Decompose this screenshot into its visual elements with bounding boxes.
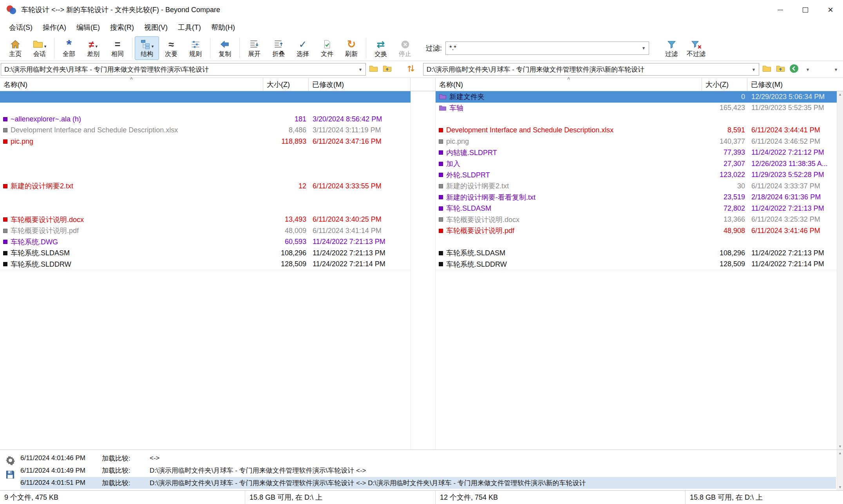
copy-button[interactable]: 复制 (213, 36, 237, 60)
file-row-right[interactable]: 内轱辘.SLDPRT77,39311/24/2022 7:21:12 PM (436, 147, 837, 159)
swap-button[interactable]: ⇄交换 (369, 36, 393, 60)
file-row-left[interactable] (0, 158, 411, 170)
file-size-cell: 8,591 (702, 125, 747, 136)
session-button[interactable]: ▾会话 (27, 36, 52, 60)
scroll-down-icon[interactable]: ▼ (837, 485, 843, 489)
file-row-right[interactable]: 车轮.SLDASM72,80211/24/2022 7:21:13 PM (436, 203, 837, 214)
chevron-down-icon[interactable]: ▾ (639, 45, 649, 51)
same-button[interactable]: =相同 (105, 36, 130, 60)
gear-icon[interactable] (5, 455, 15, 465)
file-row-right[interactable]: 新建文件夹012/29/2023 5:06:34 PM (436, 91, 837, 103)
file-row-left[interactable] (0, 147, 411, 159)
chevron-down-icon[interactable]: ▾ (44, 44, 47, 49)
file-row-left[interactable] (0, 203, 411, 214)
left-header-name[interactable]: ^ 名称(N) (0, 78, 263, 91)
scroll-up-icon[interactable]: ▲ (837, 451, 843, 455)
right-path-combobox[interactable]: D:\演示用临时文件夹\月球车 - 专门用来做文件管理软件演示\新的车轮设计 ▾ (423, 63, 759, 76)
show-all-button[interactable]: *全部 (57, 36, 81, 60)
expand-button[interactable]: 展开 (242, 36, 266, 60)
left-path-combobox[interactable]: D:\演示用临时文件夹\月球车 - 专门用来做文件管理软件演示\车轮设计 ▾ (1, 63, 366, 76)
refresh-button[interactable]: ↻刷新 (339, 36, 364, 60)
right-browse-folder-button[interactable] (760, 63, 773, 76)
file-row-left[interactable]: 车轮系统.DWG60,59311/24/2022 7:21:13 PM (0, 237, 411, 248)
file-row-left[interactable] (0, 103, 411, 114)
file-modified-cell: 6/11/2024 3:33:55 PM (309, 181, 411, 192)
file-row-right[interactable]: 车轮系统.SLDDRW128,50911/24/2022 7:21:14 PM (436, 259, 837, 270)
file-row-right[interactable]: Development Interface and Schedule Descr… (436, 125, 837, 136)
file-row-right[interactable]: 新建的设计纲要-看看复制.txt23,5192/18/2024 6:31:36 … (436, 192, 837, 203)
swap-sides-button[interactable] (405, 63, 417, 76)
menu-actions[interactable]: 操作(A) (38, 20, 71, 35)
collapse-button[interactable]: 折叠 (266, 36, 291, 60)
rules-button[interactable]: 规则 (183, 36, 208, 60)
back-button[interactable] (788, 63, 800, 76)
file-row-left[interactable]: 新建的设计纲要2.txt126/11/2024 3:33:55 PM (0, 181, 411, 192)
file-row-left[interactable] (0, 170, 411, 181)
files-button[interactable]: 文件 (315, 36, 339, 60)
file-row-right[interactable]: pic.png140,3776/11/2024 3:46:52 PM (436, 136, 837, 147)
file-list-scrollbar[interactable]: ▲ ▼ (837, 91, 843, 450)
chevron-down-icon[interactable]: ▾ (152, 44, 154, 49)
left-browse-folder-button[interactable] (367, 63, 380, 76)
save-icon[interactable] (5, 470, 15, 479)
right-header-name[interactable]: ^ 名称(N) (436, 78, 702, 91)
files-icon (322, 38, 332, 50)
file-row-left[interactable] (0, 91, 411, 103)
log-line[interactable]: 6/11/2024 4:01:46 PM加载比较:<-> (20, 452, 836, 464)
chevron-down-icon[interactable]: ▾ (749, 67, 759, 72)
right-parent-folder-button[interactable] (774, 63, 787, 76)
filter-combobox[interactable]: *.* ▾ (445, 42, 649, 55)
file-row-right[interactable]: 车轮概要设计说明.pdf48,9086/11/2024 3:41:46 PM (436, 225, 837, 237)
structure-button[interactable]: ▾结构 (135, 36, 159, 60)
log-line[interactable]: 6/11/2024 4:01:51 PM加载比较:D:\演示用临时文件夹\月球车… (20, 477, 836, 489)
left-parent-folder-button[interactable] (381, 63, 393, 76)
no-filter-button[interactable]: 不过滤 (684, 36, 709, 60)
scroll-up-icon[interactable]: ▲ (837, 92, 843, 96)
file-row-left[interactable]: ~allenexplorer~.ala (h)1813/20/2024 8:56… (0, 114, 411, 125)
file-row-left[interactable]: 车轮概要设计说明.pdf48,0096/11/2024 3:41:14 PM (0, 225, 411, 237)
file-row: 外轮.SLDPRT123,02211/29/2023 5:52:28 PM (0, 170, 843, 181)
file-row-right[interactable]: 车轴165,42311/29/2023 5:52:35 PM (436, 103, 837, 114)
right-header-size[interactable]: 大小(Z) (702, 78, 747, 91)
history-dropdown-button[interactable]: ▾ (801, 63, 814, 76)
file-row-left[interactable]: 车轮概要设计说明.docx13,4936/11/2024 3:40:25 PM (0, 214, 411, 226)
close-button[interactable]: × (818, 0, 843, 20)
minimize-button[interactable] (768, 0, 793, 20)
right-header-modified[interactable]: 已修改(M) (747, 78, 843, 91)
file-row-left[interactable]: pic.png118,8936/11/2024 3:47:16 PM (0, 136, 411, 147)
menu-session[interactable]: 会话(S) (4, 20, 38, 35)
file-row-right[interactable]: 加入27,30712/26/2023 11:38:35 A... (436, 158, 837, 170)
log-scrollbar[interactable]: ▲ ▼ (837, 450, 843, 490)
left-header-modified[interactable]: 已修改(M) (309, 78, 411, 91)
file-row-left[interactable] (0, 192, 411, 203)
home-button[interactable]: 主页 (3, 36, 27, 60)
select-button[interactable]: ✓选择 (291, 36, 315, 60)
menu-edit[interactable]: 编辑(E) (71, 20, 105, 35)
filter-button[interactable]: 过滤 (659, 36, 684, 60)
log-line[interactable]: 6/11/2024 4:01:49 PM加载比较:D:\演示用临时文件夹\月球车… (20, 465, 836, 477)
menu-tools[interactable]: 工具(T) (173, 20, 206, 35)
file-row-right[interactable] (436, 237, 837, 248)
menu-view[interactable]: 视图(V) (139, 20, 173, 35)
differences-button[interactable]: ≠▾差别 (81, 36, 105, 60)
left-header-size[interactable]: 大小(Z) (263, 78, 309, 91)
file-row-left[interactable]: 车轮系统.SLDASM108,29611/24/2022 7:21:13 PM (0, 247, 411, 259)
chevron-down-icon[interactable]: ▾ (96, 44, 98, 49)
file-row-right[interactable]: 新建的设计纲要2.txt306/11/2024 3:33:37 PM (436, 181, 837, 192)
menu-search[interactable]: 搜索(R) (105, 20, 139, 35)
file-row-right[interactable]: 车轮系统.SLDASM108,29611/24/2022 7:21:13 PM (436, 247, 837, 259)
file-row-left[interactable]: 车轮系统.SLDDRW128,50911/24/2022 7:21:14 PM (0, 259, 411, 270)
file-row-right[interactable]: 外轮.SLDPRT123,02211/29/2023 5:52:28 PM (436, 170, 837, 181)
chevron-down-icon[interactable]: ▾ (355, 67, 365, 72)
file-row-right[interactable]: 车轮概要设计说明.docx13,3666/11/2024 3:25:32 PM (436, 214, 837, 226)
file-name: 新建的设计纲要-看看复制.txt (446, 193, 535, 202)
file-row-left[interactable]: Development Interface and Schedule Descr… (0, 125, 411, 136)
toolbar-separator (54, 38, 54, 58)
menu-help[interactable]: 帮助(H) (206, 20, 240, 35)
maximize-button[interactable] (793, 0, 818, 20)
file-row-right[interactable] (436, 114, 837, 125)
scroll-down-icon[interactable]: ▼ (837, 444, 843, 448)
file-size-cell: 27,307 (702, 158, 747, 170)
minor-button[interactable]: ≈次要 (159, 36, 183, 60)
pane-menu-dropdown-button[interactable]: ▾ (830, 63, 842, 76)
